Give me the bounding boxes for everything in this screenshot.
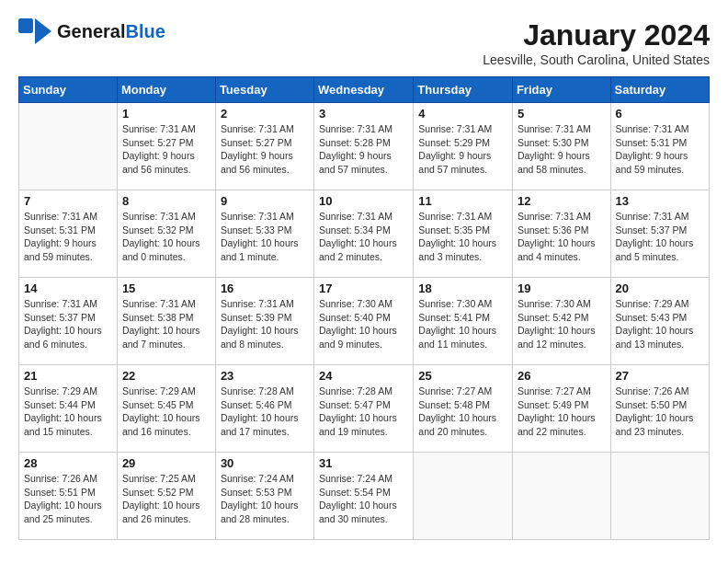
weekday-header: Thursday bbox=[414, 77, 513, 103]
day-number: 9 bbox=[221, 194, 309, 208]
calendar-cell: 2Sunrise: 7:31 AM Sunset: 5:27 PM Daylig… bbox=[215, 103, 313, 190]
day-info: Sunrise: 7:30 AM Sunset: 5:40 PM Dayligh… bbox=[319, 297, 408, 351]
day-number: 22 bbox=[122, 369, 210, 383]
day-info: Sunrise: 7:31 AM Sunset: 5:27 PM Dayligh… bbox=[221, 122, 309, 177]
day-info: Sunrise: 7:28 AM Sunset: 5:47 PM Dayligh… bbox=[319, 385, 408, 439]
calendar-cell: 13Sunrise: 7:31 AM Sunset: 5:37 PM Dayli… bbox=[610, 190, 709, 278]
day-number: 12 bbox=[518, 194, 606, 208]
day-number: 16 bbox=[221, 282, 309, 295]
day-number: 31 bbox=[319, 456, 408, 470]
calendar-header-row: SundayMondayTuesdayWednesdayThursdayFrid… bbox=[19, 77, 710, 103]
day-info: Sunrise: 7:31 AM Sunset: 5:36 PM Dayligh… bbox=[518, 210, 606, 264]
day-info: Sunrise: 7:31 AM Sunset: 5:27 PM Dayligh… bbox=[122, 122, 210, 177]
calendar-cell: 30Sunrise: 7:24 AM Sunset: 5:53 PM Dayli… bbox=[215, 453, 313, 540]
calendar-cell: 19Sunrise: 7:30 AM Sunset: 5:42 PM Dayli… bbox=[512, 278, 610, 365]
calendar-cell: 7Sunrise: 7:31 AM Sunset: 5:31 PM Daylig… bbox=[19, 190, 118, 278]
day-info: Sunrise: 7:30 AM Sunset: 5:41 PM Dayligh… bbox=[418, 297, 507, 351]
calendar-cell: 17Sunrise: 7:30 AM Sunset: 5:40 PM Dayli… bbox=[314, 278, 414, 365]
calendar-cell: 20Sunrise: 7:29 AM Sunset: 5:43 PM Dayli… bbox=[610, 278, 709, 365]
calendar-cell bbox=[512, 453, 610, 540]
day-info: Sunrise: 7:31 AM Sunset: 5:39 PM Dayligh… bbox=[221, 297, 309, 351]
logo-icon bbox=[18, 18, 51, 44]
day-info: Sunrise: 7:30 AM Sunset: 5:42 PM Dayligh… bbox=[518, 297, 606, 351]
calendar-cell bbox=[414, 453, 513, 540]
calendar-week-row: 1Sunrise: 7:31 AM Sunset: 5:27 PM Daylig… bbox=[19, 103, 710, 190]
day-info: Sunrise: 7:31 AM Sunset: 5:37 PM Dayligh… bbox=[616, 210, 704, 264]
logo: GeneralBlue bbox=[18, 18, 165, 44]
calendar-cell: 10Sunrise: 7:31 AM Sunset: 5:34 PM Dayli… bbox=[314, 190, 414, 278]
weekday-header: Tuesday bbox=[215, 77, 313, 103]
location: Leesville, South Carolina, United States bbox=[483, 52, 710, 67]
calendar-cell: 15Sunrise: 7:31 AM Sunset: 5:38 PM Dayli… bbox=[117, 278, 215, 365]
weekday-header: Wednesday bbox=[314, 77, 414, 103]
day-number: 28 bbox=[24, 456, 112, 470]
day-number: 13 bbox=[616, 194, 704, 208]
calendar-cell: 3Sunrise: 7:31 AM Sunset: 5:28 PM Daylig… bbox=[314, 103, 414, 190]
calendar-cell: 12Sunrise: 7:31 AM Sunset: 5:36 PM Dayli… bbox=[512, 190, 610, 278]
title-block: January 2024 Leesville, South Carolina, … bbox=[483, 18, 710, 67]
calendar-table: SundayMondayTuesdayWednesdayThursdayFrid… bbox=[18, 76, 710, 540]
day-info: Sunrise: 7:29 AM Sunset: 5:44 PM Dayligh… bbox=[24, 385, 112, 439]
day-number: 10 bbox=[319, 194, 408, 208]
calendar-cell: 23Sunrise: 7:28 AM Sunset: 5:46 PM Dayli… bbox=[215, 365, 313, 453]
day-number: 18 bbox=[418, 282, 507, 295]
calendar-cell: 1Sunrise: 7:31 AM Sunset: 5:27 PM Daylig… bbox=[117, 103, 215, 190]
day-number: 23 bbox=[221, 369, 309, 383]
day-number: 24 bbox=[319, 369, 408, 383]
calendar-cell: 6Sunrise: 7:31 AM Sunset: 5:31 PM Daylig… bbox=[610, 103, 709, 190]
day-info: Sunrise: 7:26 AM Sunset: 5:51 PM Dayligh… bbox=[24, 472, 112, 526]
calendar-cell: 29Sunrise: 7:25 AM Sunset: 5:52 PM Dayli… bbox=[117, 453, 215, 540]
calendar-week-row: 14Sunrise: 7:31 AM Sunset: 5:37 PM Dayli… bbox=[19, 278, 710, 365]
day-info: Sunrise: 7:31 AM Sunset: 5:30 PM Dayligh… bbox=[518, 122, 606, 177]
day-number: 15 bbox=[122, 282, 210, 295]
day-number: 11 bbox=[418, 194, 507, 208]
day-info: Sunrise: 7:31 AM Sunset: 5:37 PM Dayligh… bbox=[24, 297, 112, 351]
day-info: Sunrise: 7:31 AM Sunset: 5:38 PM Dayligh… bbox=[122, 297, 210, 351]
day-number: 3 bbox=[319, 107, 408, 121]
calendar-cell bbox=[610, 453, 709, 540]
day-info: Sunrise: 7:29 AM Sunset: 5:43 PM Dayligh… bbox=[616, 297, 704, 351]
day-number: 26 bbox=[518, 369, 606, 383]
calendar-cell: 26Sunrise: 7:27 AM Sunset: 5:49 PM Dayli… bbox=[512, 365, 610, 453]
day-info: Sunrise: 7:27 AM Sunset: 5:48 PM Dayligh… bbox=[418, 385, 507, 439]
day-number: 17 bbox=[319, 282, 408, 295]
calendar-cell bbox=[19, 103, 118, 190]
day-info: Sunrise: 7:31 AM Sunset: 5:31 PM Dayligh… bbox=[24, 210, 112, 264]
weekday-header: Monday bbox=[117, 77, 215, 103]
calendar-cell: 4Sunrise: 7:31 AM Sunset: 5:29 PM Daylig… bbox=[414, 103, 513, 190]
day-number: 14 bbox=[24, 282, 112, 295]
day-info: Sunrise: 7:31 AM Sunset: 5:29 PM Dayligh… bbox=[418, 122, 507, 177]
day-info: Sunrise: 7:26 AM Sunset: 5:50 PM Dayligh… bbox=[616, 385, 704, 439]
day-info: Sunrise: 7:24 AM Sunset: 5:54 PM Dayligh… bbox=[319, 472, 408, 526]
calendar-week-row: 7Sunrise: 7:31 AM Sunset: 5:31 PM Daylig… bbox=[19, 190, 710, 278]
calendar-cell: 14Sunrise: 7:31 AM Sunset: 5:37 PM Dayli… bbox=[19, 278, 118, 365]
day-number: 27 bbox=[616, 369, 704, 383]
day-number: 8 bbox=[122, 194, 210, 208]
day-info: Sunrise: 7:27 AM Sunset: 5:49 PM Dayligh… bbox=[518, 385, 606, 439]
weekday-header: Saturday bbox=[610, 77, 709, 103]
svg-rect-0 bbox=[18, 18, 33, 33]
day-info: Sunrise: 7:31 AM Sunset: 5:31 PM Dayligh… bbox=[616, 122, 704, 177]
month-title: January 2024 bbox=[483, 18, 710, 52]
day-info: Sunrise: 7:31 AM Sunset: 5:28 PM Dayligh… bbox=[319, 122, 408, 177]
calendar-cell: 8Sunrise: 7:31 AM Sunset: 5:32 PM Daylig… bbox=[117, 190, 215, 278]
day-number: 4 bbox=[418, 107, 507, 121]
day-number: 19 bbox=[518, 282, 606, 295]
svg-marker-1 bbox=[35, 18, 51, 44]
calendar-cell: 5Sunrise: 7:31 AM Sunset: 5:30 PM Daylig… bbox=[512, 103, 610, 190]
calendar-cell: 28Sunrise: 7:26 AM Sunset: 5:51 PM Dayli… bbox=[19, 453, 118, 540]
calendar-cell: 24Sunrise: 7:28 AM Sunset: 5:47 PM Dayli… bbox=[314, 365, 414, 453]
day-info: Sunrise: 7:25 AM Sunset: 5:52 PM Dayligh… bbox=[122, 472, 210, 526]
day-info: Sunrise: 7:29 AM Sunset: 5:45 PM Dayligh… bbox=[122, 385, 210, 439]
day-info: Sunrise: 7:31 AM Sunset: 5:32 PM Dayligh… bbox=[122, 210, 210, 264]
page-header: GeneralBlue January 2024 Leesville, Sout… bbox=[18, 18, 710, 67]
calendar-week-row: 28Sunrise: 7:26 AM Sunset: 5:51 PM Dayli… bbox=[19, 453, 710, 540]
day-number: 29 bbox=[122, 456, 210, 470]
day-number: 20 bbox=[616, 282, 704, 295]
weekday-header: Friday bbox=[512, 77, 610, 103]
day-info: Sunrise: 7:24 AM Sunset: 5:53 PM Dayligh… bbox=[221, 472, 309, 526]
calendar-cell: 16Sunrise: 7:31 AM Sunset: 5:39 PM Dayli… bbox=[215, 278, 313, 365]
day-number: 6 bbox=[616, 107, 704, 121]
logo-general: General bbox=[57, 21, 125, 41]
day-number: 2 bbox=[221, 107, 309, 121]
